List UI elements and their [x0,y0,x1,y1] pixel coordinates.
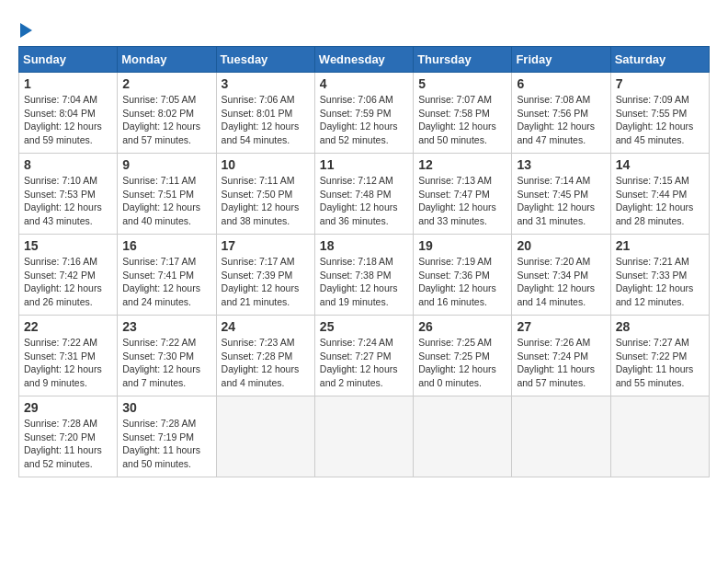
day-number: 22 [24,319,112,334]
day-info: Sunrise: 7:25 AM Sunset: 7:25 PM Dayligh… [418,336,506,390]
calendar-cell: 28Sunrise: 7:27 AM Sunset: 7:22 PM Dayli… [610,316,709,396]
calendar-cell [414,396,512,477]
day-number: 6 [517,76,605,91]
day-info: Sunrise: 7:23 AM Sunset: 7:28 PM Dayligh… [222,336,310,390]
calendar-cell: 12Sunrise: 7:13 AM Sunset: 7:47 PM Dayli… [414,154,512,235]
day-number: 11 [320,157,408,172]
day-number: 19 [418,238,506,253]
logo [18,18,32,37]
calendar-cell [512,396,610,477]
day-info: Sunrise: 7:11 AM Sunset: 7:50 PM Dayligh… [222,174,310,228]
day-number: 21 [616,238,704,253]
calendar-cell: 29Sunrise: 7:28 AM Sunset: 7:20 PM Dayli… [19,396,118,477]
calendar-cell: 23Sunrise: 7:22 AM Sunset: 7:30 PM Dayli… [118,316,216,396]
calendar-table: SundayMondayTuesdayWednesdayThursdayFrid… [18,46,710,477]
day-info: Sunrise: 7:11 AM Sunset: 7:51 PM Dayligh… [122,174,210,228]
day-number: 18 [320,238,408,253]
day-info: Sunrise: 7:28 AM Sunset: 7:20 PM Dayligh… [24,417,112,471]
day-number: 17 [222,238,310,253]
calendar-cell: 30Sunrise: 7:28 AM Sunset: 7:19 PM Dayli… [118,396,216,477]
day-info: Sunrise: 7:24 AM Sunset: 7:27 PM Dayligh… [320,336,408,390]
day-info: Sunrise: 7:22 AM Sunset: 7:31 PM Dayligh… [24,336,112,390]
day-info: Sunrise: 7:19 AM Sunset: 7:36 PM Dayligh… [418,255,506,309]
day-info: Sunrise: 7:28 AM Sunset: 7:19 PM Dayligh… [122,417,210,471]
day-number: 16 [122,238,210,253]
calendar-cell [610,396,709,477]
day-number: 10 [222,157,310,172]
calendar-cell: 3Sunrise: 7:06 AM Sunset: 8:01 PM Daylig… [216,73,314,154]
day-info: Sunrise: 7:05 AM Sunset: 8:02 PM Dayligh… [122,93,210,147]
weekday-header-friday: Friday [512,47,610,73]
day-number: 4 [320,76,408,91]
calendar-cell: 22Sunrise: 7:22 AM Sunset: 7:31 PM Dayli… [19,316,118,396]
weekday-header-sunday: Sunday [19,47,118,73]
day-info: Sunrise: 7:20 AM Sunset: 7:34 PM Dayligh… [517,255,605,309]
day-number: 8 [24,157,112,172]
calendar-cell: 8Sunrise: 7:10 AM Sunset: 7:53 PM Daylig… [19,154,118,235]
day-info: Sunrise: 7:08 AM Sunset: 7:56 PM Dayligh… [517,93,605,147]
week-row-5: 29Sunrise: 7:28 AM Sunset: 7:20 PM Dayli… [19,396,710,477]
weekday-header-monday: Monday [118,47,216,73]
day-info: Sunrise: 7:06 AM Sunset: 8:01 PM Dayligh… [222,93,310,147]
calendar-cell: 13Sunrise: 7:14 AM Sunset: 7:45 PM Dayli… [512,154,610,235]
day-number: 27 [517,319,605,334]
calendar-cell [216,396,314,477]
week-row-2: 8Sunrise: 7:10 AM Sunset: 7:53 PM Daylig… [19,154,710,235]
calendar-cell: 16Sunrise: 7:17 AM Sunset: 7:41 PM Dayli… [118,235,216,316]
calendar-cell: 21Sunrise: 7:21 AM Sunset: 7:33 PM Dayli… [610,235,709,316]
day-number: 24 [222,319,310,334]
week-row-4: 22Sunrise: 7:22 AM Sunset: 7:31 PM Dayli… [19,316,710,396]
day-info: Sunrise: 7:10 AM Sunset: 7:53 PM Dayligh… [24,174,112,228]
weekday-header-thursday: Thursday [414,47,512,73]
day-number: 1 [24,76,112,91]
calendar-cell: 7Sunrise: 7:09 AM Sunset: 7:55 PM Daylig… [610,73,709,154]
day-number: 29 [24,400,112,415]
week-row-3: 15Sunrise: 7:16 AM Sunset: 7:42 PM Dayli… [19,235,710,316]
calendar-cell: 15Sunrise: 7:16 AM Sunset: 7:42 PM Dayli… [19,235,118,316]
day-info: Sunrise: 7:26 AM Sunset: 7:24 PM Dayligh… [517,336,605,390]
calendar-cell: 18Sunrise: 7:18 AM Sunset: 7:38 PM Dayli… [314,235,413,316]
weekday-header-tuesday: Tuesday [216,47,314,73]
weekday-header-wednesday: Wednesday [314,47,413,73]
day-info: Sunrise: 7:17 AM Sunset: 7:39 PM Dayligh… [222,255,310,309]
day-number: 20 [517,238,605,253]
day-number: 12 [418,157,506,172]
day-info: Sunrise: 7:17 AM Sunset: 7:41 PM Dayligh… [122,255,210,309]
calendar-cell: 20Sunrise: 7:20 AM Sunset: 7:34 PM Dayli… [512,235,610,316]
day-number: 26 [418,319,506,334]
day-info: Sunrise: 7:12 AM Sunset: 7:48 PM Dayligh… [320,174,408,228]
calendar-cell: 19Sunrise: 7:19 AM Sunset: 7:36 PM Dayli… [414,235,512,316]
day-info: Sunrise: 7:07 AM Sunset: 7:58 PM Dayligh… [418,93,506,147]
day-info: Sunrise: 7:14 AM Sunset: 7:45 PM Dayligh… [517,174,605,228]
weekday-header-row: SundayMondayTuesdayWednesdayThursdayFrid… [19,47,710,73]
day-info: Sunrise: 7:09 AM Sunset: 7:55 PM Dayligh… [616,93,704,147]
weekday-header-saturday: Saturday [610,47,709,73]
week-row-1: 1Sunrise: 7:04 AM Sunset: 8:04 PM Daylig… [19,73,710,154]
calendar-cell: 27Sunrise: 7:26 AM Sunset: 7:24 PM Dayli… [512,316,610,396]
day-number: 30 [122,400,210,415]
calendar-cell: 2Sunrise: 7:05 AM Sunset: 8:02 PM Daylig… [118,73,216,154]
day-number: 5 [418,76,506,91]
day-number: 13 [517,157,605,172]
calendar-cell: 4Sunrise: 7:06 AM Sunset: 7:59 PM Daylig… [314,73,413,154]
calendar-cell: 14Sunrise: 7:15 AM Sunset: 7:44 PM Dayli… [610,154,709,235]
calendar-cell: 6Sunrise: 7:08 AM Sunset: 7:56 PM Daylig… [512,73,610,154]
day-number: 28 [616,319,704,334]
calendar-cell: 5Sunrise: 7:07 AM Sunset: 7:58 PM Daylig… [414,73,512,154]
day-number: 2 [122,76,210,91]
calendar-cell: 1Sunrise: 7:04 AM Sunset: 8:04 PM Daylig… [19,73,118,154]
page-header [18,18,710,37]
day-number: 14 [616,157,704,172]
day-info: Sunrise: 7:04 AM Sunset: 8:04 PM Dayligh… [24,93,112,147]
calendar-cell: 9Sunrise: 7:11 AM Sunset: 7:51 PM Daylig… [118,154,216,235]
day-info: Sunrise: 7:18 AM Sunset: 7:38 PM Dayligh… [320,255,408,309]
logo-arrow-icon [20,23,32,38]
day-info: Sunrise: 7:15 AM Sunset: 7:44 PM Dayligh… [616,174,704,228]
logo-text [18,18,32,39]
day-info: Sunrise: 7:22 AM Sunset: 7:30 PM Dayligh… [122,336,210,390]
day-info: Sunrise: 7:27 AM Sunset: 7:22 PM Dayligh… [616,336,704,390]
day-info: Sunrise: 7:21 AM Sunset: 7:33 PM Dayligh… [616,255,704,309]
day-number: 3 [222,76,310,91]
calendar-cell [314,396,413,477]
calendar-cell: 25Sunrise: 7:24 AM Sunset: 7:27 PM Dayli… [314,316,413,396]
